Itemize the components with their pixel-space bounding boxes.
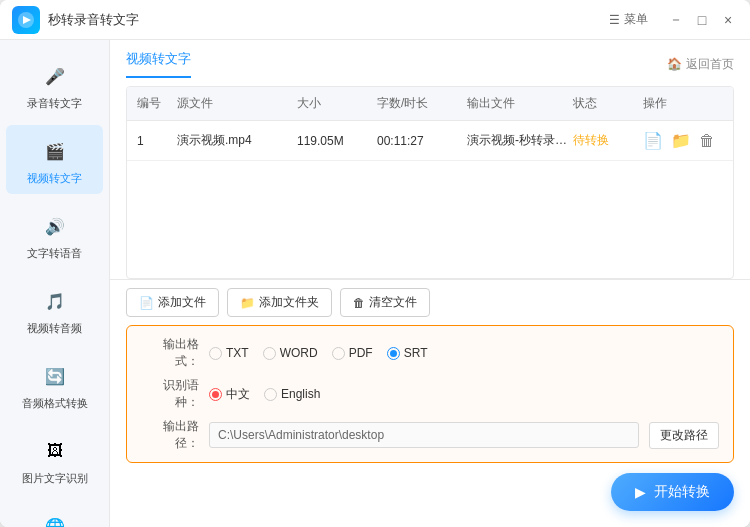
close-button[interactable]: × — [718, 10, 738, 30]
table-row: 1 演示视频.mp4 119.05M 00:11:27 演示视频-秒转录音转文字… — [127, 121, 733, 161]
sidebar-item-image-to-text[interactable]: 🖼 图片文字识别 — [6, 425, 103, 494]
format-label: 输出格式： — [141, 336, 199, 370]
delete-button[interactable]: 🗑 — [699, 132, 715, 150]
sidebar-label-audio-format: 音频格式转换 — [22, 396, 88, 411]
action-buttons: 📄 📁 🗑 — [643, 131, 723, 150]
col-actions: 操作 — [643, 95, 723, 112]
table-header: 编号 源文件 大小 字数/时长 输出文件 状态 操作 — [127, 87, 733, 121]
sidebar-item-text-to-speech[interactable]: 🔊 文字转语音 — [6, 200, 103, 269]
panel-tab[interactable]: 视频转文字 — [126, 50, 191, 78]
home-icon: 🏠 — [667, 57, 682, 71]
clear-icon: 🗑 — [353, 296, 365, 310]
sidebar-label-text-to-speech: 文字转语音 — [27, 246, 82, 261]
app-logo — [12, 6, 40, 34]
table-body: 1 演示视频.mp4 119.05M 00:11:27 演示视频-秒转录音转文字… — [127, 121, 733, 278]
sidebar-label-audio-to-text: 录音转文字 — [27, 96, 82, 111]
menu-button[interactable]: ☰ 菜单 — [609, 11, 648, 28]
sidebar-item-video-to-audio[interactable]: 🎵 视频转音频 — [6, 275, 103, 344]
lang-en[interactable]: English — [264, 387, 320, 401]
title-controls: ☰ 菜单 － □ × — [609, 10, 738, 30]
back-home-button[interactable]: 🏠 返回首页 — [667, 56, 734, 73]
sidebar-item-audio-format[interactable]: 🔄 音频格式转换 — [6, 350, 103, 419]
radio-zh — [209, 388, 222, 401]
radio-srt — [387, 347, 400, 360]
options-area: 输出格式： TXT WORD PDF — [126, 325, 734, 463]
change-path-button[interactable]: 更改路径 — [649, 422, 719, 449]
format-word[interactable]: WORD — [263, 346, 318, 360]
start-area: ▶ 开始转换 — [110, 473, 750, 527]
cell-size: 119.05M — [297, 134, 377, 148]
lang-label: 识别语种： — [141, 377, 199, 411]
add-folder-icon: 📁 — [240, 296, 255, 310]
col-duration: 字数/时长 — [377, 95, 467, 112]
start-icon: ▶ — [635, 484, 646, 500]
format-row: 输出格式： TXT WORD PDF — [141, 336, 719, 370]
cell-status: 待转换 — [573, 132, 643, 149]
cell-actions: 📄 📁 🗑 — [643, 131, 723, 150]
col-id: 编号 — [137, 95, 177, 112]
sidebar-icon-video-to-audio: 🎵 — [39, 285, 71, 317]
title-bar: 秒转录音转文字 ☰ 菜单 － □ × — [0, 0, 750, 40]
sidebar-label-video-to-audio: 视频转音频 — [27, 321, 82, 336]
radio-pdf — [332, 347, 345, 360]
lang-radio-group: 中文 English — [209, 386, 320, 403]
add-folder-button[interactable]: 📁 添加文件夹 — [227, 288, 332, 317]
table-area: 编号 源文件 大小 字数/时长 输出文件 状态 操作 1 演示视频.mp4 11… — [110, 78, 750, 279]
right-panel: 视频转文字 🏠 返回首页 编号 源文件 大小 字数/时长 输出文件 状态 — [110, 40, 750, 527]
radio-txt — [209, 347, 222, 360]
maximize-button[interactable]: □ — [692, 10, 712, 30]
path-input[interactable] — [209, 422, 639, 448]
format-pdf[interactable]: PDF — [332, 346, 373, 360]
start-convert-button[interactable]: ▶ 开始转换 — [611, 473, 734, 511]
radio-word — [263, 347, 276, 360]
minimize-button[interactable]: － — [666, 10, 686, 30]
col-output: 输出文件 — [467, 95, 573, 112]
main-content: 🎤 录音转文字 🎬 视频转文字 🔊 文字转语音 🎵 视频转音频 🔄 音频格式转换… — [0, 40, 750, 527]
sidebar: 🎤 录音转文字 🎬 视频转文字 🔊 文字转语音 🎵 视频转音频 🔄 音频格式转换… — [0, 40, 110, 527]
app-title: 秒转录音转文字 — [48, 11, 609, 29]
bottom-toolbar: 📄 添加文件 📁 添加文件夹 🗑 清空文件 — [110, 279, 750, 325]
sidebar-label-video-to-text: 视频转文字 — [27, 171, 82, 186]
cell-id: 1 — [137, 134, 177, 148]
sidebar-item-translate[interactable]: 🌐 翻译工具 — [6, 500, 103, 527]
sidebar-icon-translate: 🌐 — [39, 510, 71, 527]
sidebar-item-video-to-text[interactable]: 🎬 视频转文字 — [6, 125, 103, 194]
cell-source: 演示视频.mp4 — [177, 132, 297, 149]
cell-output: 演示视频-秒转录音转文字... — [467, 132, 573, 149]
lang-zh[interactable]: 中文 — [209, 386, 250, 403]
sidebar-icon-audio-format: 🔄 — [39, 360, 71, 392]
radio-en — [264, 388, 277, 401]
col-size: 大小 — [297, 95, 377, 112]
format-txt[interactable]: TXT — [209, 346, 249, 360]
app-window: 秒转录音转文字 ☰ 菜单 － □ × 🎤 录音转文字 🎬 视频转文字 🔊 文字转… — [0, 0, 750, 527]
lang-row: 识别语种： 中文 English — [141, 377, 719, 411]
folder-button[interactable]: 📁 — [671, 131, 691, 150]
path-row: 输出路径： 更改路径 — [141, 418, 719, 452]
panel-header: 视频转文字 🏠 返回首页 — [110, 40, 750, 78]
clear-files-button[interactable]: 🗑 清空文件 — [340, 288, 430, 317]
sidebar-icon-image-to-text: 🖼 — [39, 435, 71, 467]
table-container: 编号 源文件 大小 字数/时长 输出文件 状态 操作 1 演示视频.mp4 11… — [126, 86, 734, 279]
path-label: 输出路径： — [141, 418, 199, 452]
cell-duration: 00:11:27 — [377, 134, 467, 148]
col-source: 源文件 — [177, 95, 297, 112]
preview-button[interactable]: 📄 — [643, 131, 663, 150]
sidebar-icon-text-to-speech: 🔊 — [39, 210, 71, 242]
col-status: 状态 — [573, 95, 643, 112]
add-file-icon: 📄 — [139, 296, 154, 310]
format-srt[interactable]: SRT — [387, 346, 428, 360]
sidebar-icon-video-to-text: 🎬 — [39, 135, 71, 167]
format-radio-group: TXT WORD PDF SRT — [209, 346, 427, 360]
sidebar-item-audio-to-text[interactable]: 🎤 录音转文字 — [6, 50, 103, 119]
add-file-button[interactable]: 📄 添加文件 — [126, 288, 219, 317]
sidebar-icon-audio-to-text: 🎤 — [39, 60, 71, 92]
sidebar-label-image-to-text: 图片文字识别 — [22, 471, 88, 486]
